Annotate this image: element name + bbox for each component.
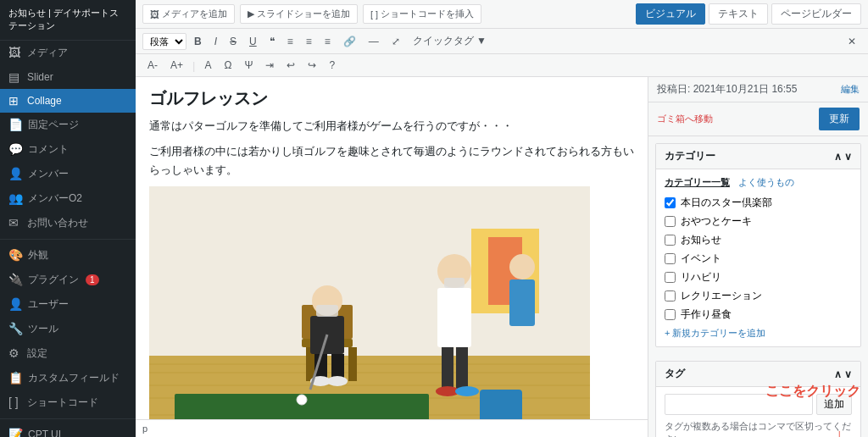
appearance-icon: 🎨	[8, 248, 23, 262]
sidebar-item-media[interactable]: 🖼 メディア	[0, 41, 136, 65]
sidebar-item-collage[interactable]: ⊞ Collage	[0, 89, 136, 113]
plugin-badge: 1	[86, 274, 99, 285]
special-char-button[interactable]: Ψ	[239, 57, 258, 74]
sidebar: お知らせ | デイサポートステーション 🖼 メディア ▤ Slider ⊞ Co…	[0, 0, 136, 437]
italic-button[interactable]: I	[209, 33, 222, 50]
clear-format-button[interactable]: Ω	[219, 57, 236, 74]
post-content-1: 通常はパターゴルフを準備してご利用者様がゲームを行うのですが・・・	[149, 117, 634, 136]
publish-bar: ゴミ箱へ移動 更新	[648, 102, 868, 136]
add-media-button[interactable]: 🖼 メディアを追加	[142, 4, 235, 24]
site-name: お知らせ | デイサポートステーション	[0, 0, 136, 41]
sidebar-item-fixed-page[interactable]: 📄 固定ページ	[0, 113, 136, 137]
edit-date-link[interactable]: 編集	[841, 83, 860, 96]
update-button[interactable]: 更新	[819, 108, 860, 130]
contact-icon: ✉	[8, 216, 22, 230]
move-trash-link[interactable]: ゴミ箱へ移動	[657, 113, 713, 125]
annotation-text: ここをクリック	[765, 383, 860, 401]
tag-description: タグが複数ある場合はコンマで区切ってください	[665, 420, 852, 437]
quote-button[interactable]: ❝	[264, 33, 280, 50]
sidebar-item-contact[interactable]: ✉ お問い合わせ	[0, 211, 136, 235]
category-tab-common[interactable]: よく使うもの	[738, 176, 794, 189]
svg-point-27	[455, 386, 479, 396]
sidebar-item-slider[interactable]: ▤ Slider	[0, 65, 136, 89]
top-action-bar: 🖼 メディアを追加 ▶ スライドショーを追加 [ ] ショートコードを挿入 ビジ…	[136, 0, 868, 29]
undo-button[interactable]: ↩	[281, 57, 300, 74]
paragraph-indicator: p	[142, 423, 147, 434]
editor-wrap: ゴルフレッスン 通常はパターゴルフを準備してご利用者様がゲームを行うのですが・・…	[136, 77, 868, 437]
member2-icon: 👥	[8, 191, 23, 205]
redo-button[interactable]: ↪	[303, 57, 321, 74]
tag-section: タグ ∧ ∨ 追加 タグが複数ある場合はコンマで区切ってください ここをクリック…	[655, 361, 861, 437]
category-tabs: カテゴリー一覧 よく使うもの	[665, 176, 852, 189]
link-button[interactable]: 🔗	[338, 33, 361, 50]
sidebar-item-member2[interactable]: 👥 メンバーO2	[0, 186, 136, 211]
sidebar-item-custom-field[interactable]: 📋 カスタムフィールド	[0, 366, 136, 390]
sidebar-item-user[interactable]: 👤 ユーザー	[0, 292, 136, 317]
view-tabs-container: ビジュアル テキスト ページビルダー	[636, 3, 861, 25]
member-icon: 👤	[8, 167, 23, 180]
category-checkbox-5[interactable]	[665, 272, 676, 283]
tag-section-body: 追加 タグが複数ある場合はコンマで区切ってください ここをクリック ↓ よく使わ…	[656, 387, 860, 437]
text-color-button[interactable]: A	[199, 57, 216, 74]
fullscreen-button[interactable]: ⤢	[387, 33, 405, 50]
quick-tag-button[interactable]: クイックタグ ▼	[408, 31, 492, 51]
tab-page-builder[interactable]: ページビルダー	[771, 3, 861, 25]
format-toolbar: 段落 B I S U ❝ ≡ ≡ ≡ 🔗 — ⤢ クイックタグ ▼ ✕	[136, 29, 868, 54]
category-checkbox-1[interactable]	[665, 197, 676, 208]
align-left-button[interactable]: ≡	[282, 33, 298, 50]
sidebar-item-appearance[interactable]: 🎨 外観	[0, 243, 136, 268]
underline-button[interactable]: U	[244, 33, 262, 50]
svg-rect-32	[316, 305, 338, 317]
slideshow-icon: ▶	[248, 8, 254, 19]
sidebar-item-tool[interactable]: 🔧 ツール	[0, 317, 136, 341]
svg-point-31	[297, 395, 307, 405]
category-checkbox-3[interactable]	[665, 235, 676, 246]
sidebar-item-comment[interactable]: 💬 コメント	[0, 137, 136, 162]
bold-button[interactable]: B	[189, 33, 207, 50]
comment-icon: 💬	[8, 142, 23, 156]
font-size-increase-button[interactable]: A+	[165, 57, 188, 74]
category-section-body: カテゴリー一覧 よく使うもの 本日のスター倶楽部 おやつとケーキ お知らせ	[656, 169, 860, 346]
category-checkbox-4[interactable]	[665, 253, 676, 264]
category-tab-all[interactable]: カテゴリー一覧	[665, 176, 730, 189]
help-button[interactable]: ?	[324, 57, 340, 74]
fixed-page-icon: 📄	[8, 118, 23, 131]
sidebar-item-shortcode[interactable]: [ ] ショートコード	[0, 390, 136, 415]
category-item-5: リハビリ	[665, 270, 852, 285]
editor-content[interactable]: ゴルフレッスン 通常はパターゴルフを準備してご利用者様がゲームを行うのですが・・…	[136, 77, 648, 419]
category-checkbox-2[interactable]	[665, 216, 676, 227]
strikethrough-button[interactable]: S	[225, 33, 242, 50]
tab-text[interactable]: テキスト	[709, 3, 768, 25]
category-chevron-icon: ∧ ∨	[834, 151, 852, 163]
close-toolbar-button[interactable]: ✕	[843, 33, 861, 50]
add-category-link[interactable]: + 新規カテゴリーを追加	[665, 327, 852, 340]
more-button[interactable]: —	[364, 33, 384, 50]
sidebar-item-member[interactable]: 👤 メンバー	[0, 162, 136, 186]
align-right-button[interactable]: ≡	[320, 33, 336, 50]
tab-visual[interactable]: ビジュアル	[636, 3, 705, 25]
paragraph-select[interactable]: 段落	[142, 33, 186, 50]
post-content-2: ご利用者様の中には若かりし頃ゴルフを趣味とされて毎週のようにラウンドされておられ…	[149, 142, 634, 180]
category-checkbox-7[interactable]	[665, 309, 676, 320]
svg-rect-30	[480, 390, 522, 419]
category-section: カテゴリー ∧ ∨ カテゴリー一覧 よく使うもの 本日のスター倶楽部 おやつとケ…	[655, 143, 861, 347]
post-image	[149, 186, 590, 419]
shortcode-add-icon: [ ]	[370, 9, 378, 19]
post-date: 投稿日: 2021年10月21日 16:55	[657, 82, 797, 97]
svg-rect-23	[437, 288, 471, 347]
category-label-5: リハビリ	[681, 270, 721, 285]
golf-scene-svg	[149, 186, 590, 419]
indent-button[interactable]: ⇥	[260, 57, 279, 74]
add-slideshow-button[interactable]: ▶ スライドショーを追加	[240, 4, 358, 24]
sidebar-item-setting[interactable]: ⚙ 設定	[0, 341, 136, 366]
collage-icon: ⊞	[8, 94, 22, 108]
font-size-decrease-button[interactable]: A-	[142, 57, 163, 74]
add-shortcode-button[interactable]: [ ] ショートコードを挿入	[363, 4, 481, 24]
sidebar-item-plugin[interactable]: 🔌 プラグイン 1	[0, 268, 136, 292]
editor-main: ゴルフレッスン 通常はパターゴルフを準備してご利用者様がゲームを行うのですが・・…	[136, 77, 648, 437]
category-checkbox-6[interactable]	[665, 290, 676, 301]
sidebar-item-cpt-ui[interactable]: 📝 CPT UI	[0, 423, 136, 437]
category-item-3: お知らせ	[665, 233, 852, 247]
align-center-button[interactable]: ≡	[301, 33, 317, 50]
format-toolbar-row2: A- A+ | A Ω Ψ ⇥ ↩ ↪ ?	[136, 54, 868, 77]
